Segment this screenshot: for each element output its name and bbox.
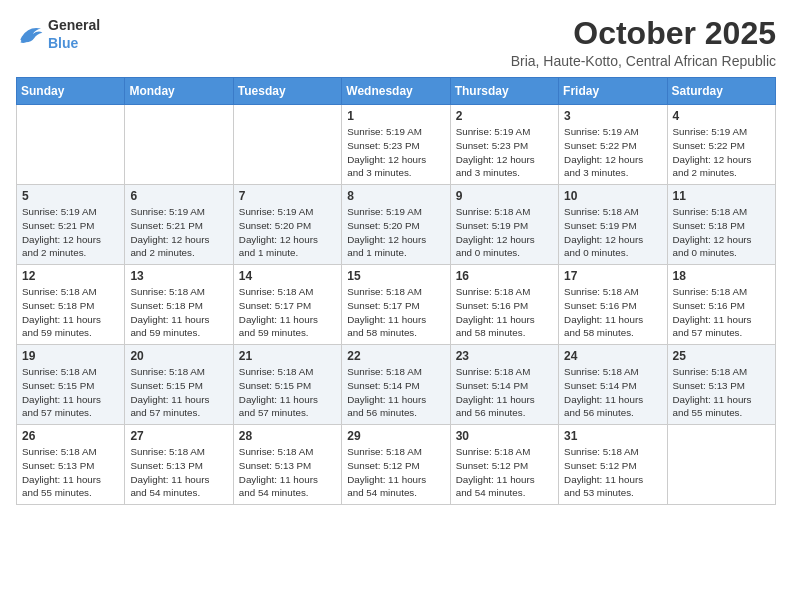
calendar-cell: 28Sunrise: 5:18 AMSunset: 5:13 PMDayligh… bbox=[233, 425, 341, 505]
day-number: 30 bbox=[456, 429, 553, 443]
day-number: 16 bbox=[456, 269, 553, 283]
day-number: 4 bbox=[673, 109, 770, 123]
calendar-cell: 7Sunrise: 5:19 AMSunset: 5:20 PMDaylight… bbox=[233, 185, 341, 265]
calendar-cell: 29Sunrise: 5:18 AMSunset: 5:12 PMDayligh… bbox=[342, 425, 450, 505]
calendar-week-row: 5Sunrise: 5:19 AMSunset: 5:21 PMDaylight… bbox=[17, 185, 776, 265]
calendar-cell: 13Sunrise: 5:18 AMSunset: 5:18 PMDayligh… bbox=[125, 265, 233, 345]
day-info: Sunrise: 5:18 AMSunset: 5:16 PMDaylight:… bbox=[564, 285, 661, 340]
day-number: 5 bbox=[22, 189, 119, 203]
weekday-header-friday: Friday bbox=[559, 78, 667, 105]
calendar-header-row: SundayMondayTuesdayWednesdayThursdayFrid… bbox=[17, 78, 776, 105]
day-info: Sunrise: 5:19 AMSunset: 5:20 PMDaylight:… bbox=[239, 205, 336, 260]
day-info: Sunrise: 5:19 AMSunset: 5:20 PMDaylight:… bbox=[347, 205, 444, 260]
day-number: 20 bbox=[130, 349, 227, 363]
calendar-cell: 25Sunrise: 5:18 AMSunset: 5:13 PMDayligh… bbox=[667, 345, 775, 425]
day-info: Sunrise: 5:19 AMSunset: 5:21 PMDaylight:… bbox=[130, 205, 227, 260]
calendar-cell bbox=[125, 105, 233, 185]
day-number: 10 bbox=[564, 189, 661, 203]
day-info: Sunrise: 5:18 AMSunset: 5:18 PMDaylight:… bbox=[22, 285, 119, 340]
day-number: 19 bbox=[22, 349, 119, 363]
day-number: 12 bbox=[22, 269, 119, 283]
day-info: Sunrise: 5:18 AMSunset: 5:12 PMDaylight:… bbox=[564, 445, 661, 500]
calendar-week-row: 26Sunrise: 5:18 AMSunset: 5:13 PMDayligh… bbox=[17, 425, 776, 505]
calendar-cell: 8Sunrise: 5:19 AMSunset: 5:20 PMDaylight… bbox=[342, 185, 450, 265]
calendar-cell: 24Sunrise: 5:18 AMSunset: 5:14 PMDayligh… bbox=[559, 345, 667, 425]
calendar-table: SundayMondayTuesdayWednesdayThursdayFrid… bbox=[16, 77, 776, 505]
day-number: 23 bbox=[456, 349, 553, 363]
calendar-week-row: 12Sunrise: 5:18 AMSunset: 5:18 PMDayligh… bbox=[17, 265, 776, 345]
logo-text: General Blue bbox=[48, 16, 100, 52]
calendar-cell: 27Sunrise: 5:18 AMSunset: 5:13 PMDayligh… bbox=[125, 425, 233, 505]
calendar-cell: 21Sunrise: 5:18 AMSunset: 5:15 PMDayligh… bbox=[233, 345, 341, 425]
calendar-cell: 31Sunrise: 5:18 AMSunset: 5:12 PMDayligh… bbox=[559, 425, 667, 505]
day-info: Sunrise: 5:18 AMSunset: 5:13 PMDaylight:… bbox=[239, 445, 336, 500]
logo: General Blue bbox=[16, 16, 100, 52]
month-title: October 2025 bbox=[511, 16, 776, 51]
day-number: 7 bbox=[239, 189, 336, 203]
logo-blue: Blue bbox=[48, 35, 78, 51]
day-number: 26 bbox=[22, 429, 119, 443]
day-number: 17 bbox=[564, 269, 661, 283]
calendar-cell: 30Sunrise: 5:18 AMSunset: 5:12 PMDayligh… bbox=[450, 425, 558, 505]
calendar-cell: 17Sunrise: 5:18 AMSunset: 5:16 PMDayligh… bbox=[559, 265, 667, 345]
day-info: Sunrise: 5:18 AMSunset: 5:13 PMDaylight:… bbox=[22, 445, 119, 500]
day-number: 25 bbox=[673, 349, 770, 363]
day-info: Sunrise: 5:18 AMSunset: 5:12 PMDaylight:… bbox=[347, 445, 444, 500]
calendar-cell bbox=[233, 105, 341, 185]
weekday-header-monday: Monday bbox=[125, 78, 233, 105]
day-info: Sunrise: 5:18 AMSunset: 5:14 PMDaylight:… bbox=[564, 365, 661, 420]
day-info: Sunrise: 5:18 AMSunset: 5:19 PMDaylight:… bbox=[564, 205, 661, 260]
day-info: Sunrise: 5:18 AMSunset: 5:16 PMDaylight:… bbox=[673, 285, 770, 340]
calendar-cell: 23Sunrise: 5:18 AMSunset: 5:14 PMDayligh… bbox=[450, 345, 558, 425]
logo-icon bbox=[16, 23, 44, 45]
day-info: Sunrise: 5:18 AMSunset: 5:14 PMDaylight:… bbox=[347, 365, 444, 420]
calendar-cell: 2Sunrise: 5:19 AMSunset: 5:23 PMDaylight… bbox=[450, 105, 558, 185]
day-number: 22 bbox=[347, 349, 444, 363]
calendar-week-row: 1Sunrise: 5:19 AMSunset: 5:23 PMDaylight… bbox=[17, 105, 776, 185]
calendar-cell: 11Sunrise: 5:18 AMSunset: 5:18 PMDayligh… bbox=[667, 185, 775, 265]
day-info: Sunrise: 5:18 AMSunset: 5:18 PMDaylight:… bbox=[130, 285, 227, 340]
day-info: Sunrise: 5:18 AMSunset: 5:16 PMDaylight:… bbox=[456, 285, 553, 340]
day-number: 29 bbox=[347, 429, 444, 443]
page-header: General Blue October 2025 Bria, Haute-Ko… bbox=[16, 16, 776, 69]
calendar-cell: 3Sunrise: 5:19 AMSunset: 5:22 PMDaylight… bbox=[559, 105, 667, 185]
logo-general: General bbox=[48, 17, 100, 33]
calendar-cell: 4Sunrise: 5:19 AMSunset: 5:22 PMDaylight… bbox=[667, 105, 775, 185]
day-info: Sunrise: 5:18 AMSunset: 5:13 PMDaylight:… bbox=[130, 445, 227, 500]
weekday-header-tuesday: Tuesday bbox=[233, 78, 341, 105]
calendar-cell: 6Sunrise: 5:19 AMSunset: 5:21 PMDaylight… bbox=[125, 185, 233, 265]
calendar-cell: 5Sunrise: 5:19 AMSunset: 5:21 PMDaylight… bbox=[17, 185, 125, 265]
day-number: 11 bbox=[673, 189, 770, 203]
day-number: 14 bbox=[239, 269, 336, 283]
day-info: Sunrise: 5:18 AMSunset: 5:13 PMDaylight:… bbox=[673, 365, 770, 420]
weekday-header-thursday: Thursday bbox=[450, 78, 558, 105]
calendar-week-row: 19Sunrise: 5:18 AMSunset: 5:15 PMDayligh… bbox=[17, 345, 776, 425]
calendar-cell: 14Sunrise: 5:18 AMSunset: 5:17 PMDayligh… bbox=[233, 265, 341, 345]
calendar-cell bbox=[667, 425, 775, 505]
weekday-header-sunday: Sunday bbox=[17, 78, 125, 105]
day-number: 8 bbox=[347, 189, 444, 203]
day-info: Sunrise: 5:18 AMSunset: 5:18 PMDaylight:… bbox=[673, 205, 770, 260]
day-number: 15 bbox=[347, 269, 444, 283]
day-info: Sunrise: 5:19 AMSunset: 5:21 PMDaylight:… bbox=[22, 205, 119, 260]
day-info: Sunrise: 5:18 AMSunset: 5:15 PMDaylight:… bbox=[22, 365, 119, 420]
calendar-cell: 15Sunrise: 5:18 AMSunset: 5:17 PMDayligh… bbox=[342, 265, 450, 345]
calendar-cell: 19Sunrise: 5:18 AMSunset: 5:15 PMDayligh… bbox=[17, 345, 125, 425]
day-info: Sunrise: 5:19 AMSunset: 5:23 PMDaylight:… bbox=[347, 125, 444, 180]
calendar-cell: 10Sunrise: 5:18 AMSunset: 5:19 PMDayligh… bbox=[559, 185, 667, 265]
day-number: 6 bbox=[130, 189, 227, 203]
location-subtitle: Bria, Haute-Kotto, Central African Repub… bbox=[511, 53, 776, 69]
weekday-header-saturday: Saturday bbox=[667, 78, 775, 105]
day-info: Sunrise: 5:18 AMSunset: 5:14 PMDaylight:… bbox=[456, 365, 553, 420]
calendar-cell: 26Sunrise: 5:18 AMSunset: 5:13 PMDayligh… bbox=[17, 425, 125, 505]
day-info: Sunrise: 5:19 AMSunset: 5:22 PMDaylight:… bbox=[564, 125, 661, 180]
day-number: 21 bbox=[239, 349, 336, 363]
calendar-cell: 12Sunrise: 5:18 AMSunset: 5:18 PMDayligh… bbox=[17, 265, 125, 345]
calendar-cell: 20Sunrise: 5:18 AMSunset: 5:15 PMDayligh… bbox=[125, 345, 233, 425]
day-info: Sunrise: 5:18 AMSunset: 5:17 PMDaylight:… bbox=[347, 285, 444, 340]
day-number: 27 bbox=[130, 429, 227, 443]
day-number: 31 bbox=[564, 429, 661, 443]
day-info: Sunrise: 5:18 AMSunset: 5:17 PMDaylight:… bbox=[239, 285, 336, 340]
calendar-cell: 16Sunrise: 5:18 AMSunset: 5:16 PMDayligh… bbox=[450, 265, 558, 345]
day-number: 18 bbox=[673, 269, 770, 283]
